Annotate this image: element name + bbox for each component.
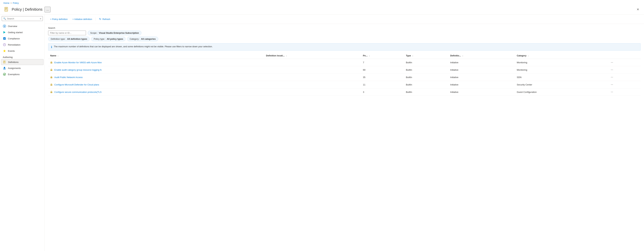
definitions-table: Name ↕ Definition locati... ↕ Po... ↕ [48,52,640,96]
sidebar-item-events-label: Events [8,50,15,52]
cell-definition: Initiative [448,88,514,96]
cell-po: 7 [361,59,404,66]
table-row: Configure secure communication protocols… [48,88,640,96]
policy-type-filter-pill[interactable]: Policy type : All policy types [91,36,126,41]
sidebar-item-overview-label: Overview [8,25,17,28]
search-input-container[interactable] [48,30,86,35]
sidebar-item-getting-started[interactable]: Getting started [0,29,44,36]
definition-link[interactable]: Enable Azure Monitor for VMSS with Azure… [50,61,262,64]
cell-type: BuiltIn [404,59,448,66]
svg-rect-13 [4,62,4,62]
cell-name: Enable Azure Monitor for VMSS with Azure… [48,59,264,66]
svg-point-5 [4,26,5,27]
cell-type: BuiltIn [404,74,448,81]
definition-link[interactable]: Configure Microsoft Defender for Cloud p… [50,84,262,86]
sidebar-item-getting-started-label: Getting started [8,31,22,34]
cell-po: 69 [361,66,404,74]
close-button[interactable]: ✕ [635,7,640,12]
sidebar-item-definitions[interactable]: Definitions [1,59,44,65]
table-row: Enable Azure Monitor for VMSS with Azure… [48,59,640,66]
events-icon [3,49,6,52]
col-definition[interactable]: Definitio... ↕ [448,52,514,59]
policy-definition-button[interactable]: + Policy definition [48,17,70,22]
cell-actions: ··· [608,81,640,88]
cell-category: Guest Configuration [515,88,608,96]
collapse-sidebar-button[interactable]: « [40,17,41,20]
page-header: Policy | Definitions ... ✕ [0,5,644,14]
getting-started-icon [3,30,6,34]
sidebar-item-compliance[interactable]: Compliance [0,36,44,42]
definition-type-filter-pill[interactable]: Definition type : All definition types [48,36,90,41]
scope-filter-pill[interactable]: Scope : Visual Studio Enterprise Subscri… [88,30,142,35]
initiative-definition-button[interactable]: + Initiative definition [70,17,94,22]
definition-type-value: All definition types [67,38,87,40]
sidebar-item-events[interactable]: Events [0,48,44,54]
definition-type-label: Definition type : [51,38,66,40]
col-name[interactable]: Name ↕ [48,52,264,59]
category-label: Category : [130,38,140,40]
cell-name: Configure Microsoft Defender for Cloud p… [48,81,264,88]
svg-point-20 [51,70,52,70]
definition-link[interactable]: Audit Public Network Access [50,76,262,78]
search-icon: 🔍 [3,17,6,20]
svg-point-22 [51,77,52,78]
category-filter-pill[interactable]: Category : All categories [127,36,158,41]
svg-rect-11 [4,61,5,62]
cell-type: BuiltIn [404,88,448,96]
sidebar-item-compliance-label: Compliance [8,37,20,40]
sidebar-item-remediation[interactable]: Remediation [0,42,44,48]
sidebar-item-assignments[interactable]: Assignments [0,65,44,71]
sidebar-search-input[interactable] [7,17,39,20]
cell-po: 35 [361,74,404,81]
refresh-button[interactable]: ↻ Refresh [97,16,112,22]
header-more-button[interactable]: ... [44,7,50,12]
sidebar-search-container[interactable]: 🔍 « [2,16,43,21]
row-actions-button[interactable]: ··· [610,83,614,86]
overview-icon [3,24,6,28]
definition-link[interactable]: Enable audit category group resource log… [50,68,262,71]
sidebar-item-overview[interactable]: Overview [0,23,44,29]
cell-category: Security Center [515,81,608,88]
page-title: Policy | Definitions [12,7,42,12]
row-actions-button[interactable]: ··· [610,60,614,64]
row-actions-button[interactable]: ··· [610,90,614,94]
location-sort-icon: ↕ [286,55,287,57]
cell-name: Enable audit category group resource log… [48,66,264,74]
filters-area: Search Scope : Visual Studio Enterprise … [45,24,644,43]
col-category[interactable]: Category ↕ [515,52,608,59]
cell-definition: Initiative [448,74,514,81]
cell-definition: Initiative [448,81,514,88]
table-row: Audit Public Network Access 35 BuiltIn I… [48,74,640,81]
table-row: Enable audit category group resource log… [48,66,640,74]
definition-link[interactable]: Configure secure communication protocols… [50,91,262,93]
cell-definition: Initiative [448,59,514,66]
cell-location [264,66,361,74]
breadcrumb-home[interactable]: Home [4,2,10,4]
svg-rect-7 [3,37,6,40]
cell-po: 11 [361,81,404,88]
row-actions-button[interactable]: ··· [610,68,614,72]
authoring-section-label: Authoring [0,54,44,59]
cell-type: BuiltIn [404,66,448,74]
name-sort-icon: ↕ [58,55,58,57]
sidebar-item-exemptions[interactable]: Exemptions [0,71,44,77]
col-type[interactable]: Type ↕ [404,52,448,59]
policy-type-value: All policy types [107,38,123,40]
po-sort-icon: ↕ [369,55,370,57]
cell-name: Audit Public Network Access [48,74,264,81]
col-po[interactable]: Po... ↕ [361,52,404,59]
col-definition-location[interactable]: Definition locati... ↕ [264,52,361,59]
breadcrumb-separator: > [10,2,12,4]
definitions-table-container: Name ↕ Definition locati... ↕ Po... ↕ [45,52,644,251]
cell-actions: ··· [608,66,640,74]
name-filter-input[interactable] [50,32,81,34]
policy-icon [4,6,10,12]
breadcrumb-policy[interactable]: Policy [13,2,19,4]
assignments-icon [3,66,6,70]
row-actions-button[interactable]: ··· [610,75,614,79]
svg-point-16 [3,73,6,76]
cell-location [264,59,361,66]
svg-rect-2 [5,8,7,9]
filters-label: Search [48,27,640,29]
sidebar-item-exemptions-label: Exemptions [8,73,20,76]
